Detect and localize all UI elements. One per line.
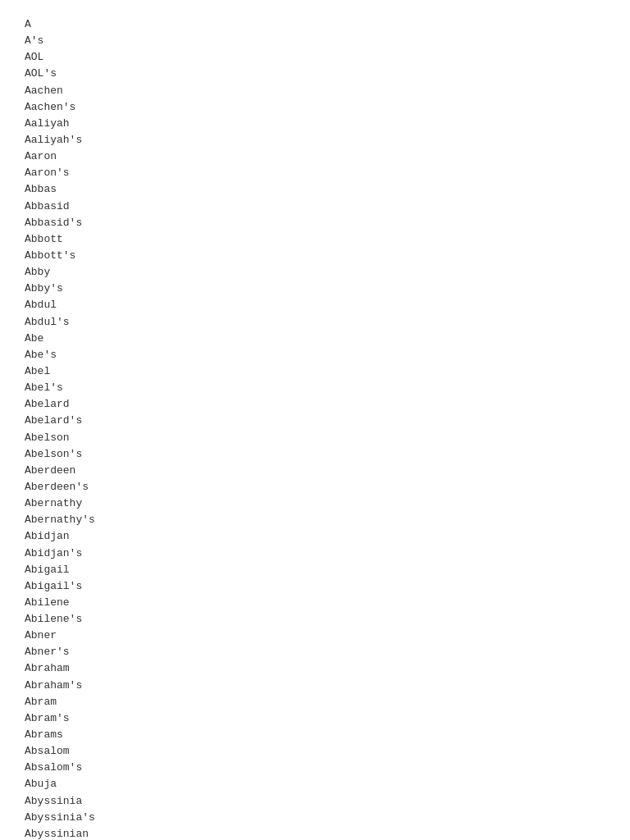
list-item: Abelard's xyxy=(25,413,605,429)
list-item: Abbasid's xyxy=(25,215,605,231)
list-item: AOL xyxy=(25,49,605,66)
list-item: Absalom's xyxy=(25,760,605,776)
list-item: Abrams xyxy=(25,727,605,743)
list-item: Abelson xyxy=(25,430,605,446)
list-item: Abby's xyxy=(25,281,605,297)
list-item: Abraham xyxy=(25,660,605,677)
list-item: Abram's xyxy=(25,710,605,727)
list-item: Abidjan's xyxy=(25,546,605,562)
list-item: Abbas xyxy=(25,181,605,198)
list-item: Abner xyxy=(25,628,605,644)
list-item: Abram xyxy=(25,694,605,710)
list-item: Abdul xyxy=(25,297,605,313)
list-item: Aachen xyxy=(25,83,605,99)
list-item: Abelard xyxy=(25,396,605,413)
list-item: Abbott's xyxy=(25,248,605,264)
list-item: Abe's xyxy=(25,347,605,363)
list-item: A xyxy=(25,16,605,33)
list-item: Aaliyah xyxy=(25,116,605,132)
list-item: Abilene's xyxy=(25,611,605,628)
list-item: Abidjan xyxy=(25,528,605,545)
list-item: Abyssinia xyxy=(25,793,605,810)
list-item: Abby xyxy=(25,264,605,281)
list-item: Abel's xyxy=(25,380,605,396)
list-item: Abel xyxy=(25,363,605,380)
list-item: A's xyxy=(25,33,605,49)
list-item: Aberdeen xyxy=(25,463,605,479)
list-item: Abelson's xyxy=(25,446,605,463)
list-item: AOL's xyxy=(25,66,605,82)
word-list: AA'sAOLAOL'sAachenAachen'sAaliyahAaliyah… xyxy=(25,16,605,840)
list-item: Abraham's xyxy=(25,678,605,694)
list-item: Aaliyah's xyxy=(25,132,605,148)
list-item: Absalom xyxy=(25,743,605,760)
list-item: Abilene xyxy=(25,595,605,611)
list-item: Abigail xyxy=(25,562,605,578)
list-item: Aachen's xyxy=(25,99,605,116)
list-item: Abernathy's xyxy=(25,512,605,528)
list-item: Abyssinian xyxy=(25,826,605,840)
list-item: Abbott xyxy=(25,231,605,248)
list-item: Abuja xyxy=(25,776,605,792)
list-item: Aaron xyxy=(25,148,605,165)
list-item: Abdul's xyxy=(25,314,605,331)
list-item: Abe xyxy=(25,331,605,347)
list-item: Abernathy xyxy=(25,495,605,512)
list-item: Abigail's xyxy=(25,578,605,595)
list-item: Abbasid xyxy=(25,199,605,215)
list-item: Aberdeen's xyxy=(25,479,605,495)
list-item: Abner's xyxy=(25,644,605,660)
list-item: Abyssinia's xyxy=(25,810,605,826)
list-item: Aaron's xyxy=(25,165,605,181)
